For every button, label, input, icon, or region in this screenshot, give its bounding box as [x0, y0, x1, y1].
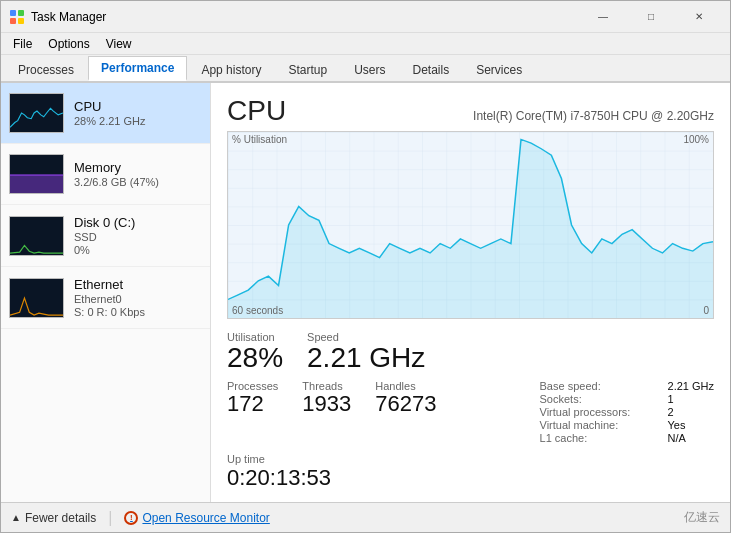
cpu-sidebar-info: CPU 28% 2.21 GHz — [74, 99, 146, 127]
minimize-button[interactable]: — — [580, 1, 626, 33]
watermark: 亿速云 — [684, 509, 720, 526]
disk-sidebar-name: Disk 0 (C:) — [74, 215, 135, 230]
menu-bar: File Options View — [1, 33, 730, 55]
speed-value: 2.21 GHz — [307, 343, 425, 374]
svg-rect-8 — [10, 217, 63, 255]
info-val-1: 1 — [668, 393, 674, 405]
main-content: CPU 28% 2.21 GHz Memory 3.2/6.8 GB (47%) — [1, 83, 730, 502]
stats-row-1: Utilisation 28% Speed 2.21 GHz — [227, 331, 714, 374]
ethernet-sidebar-name: Ethernet — [74, 277, 145, 292]
sidebar-item-disk[interactable]: Disk 0 (C:) SSD 0% — [1, 205, 210, 267]
uptime-section: Up time 0:20:13:53 — [227, 452, 714, 490]
chevron-up-icon: ▲ — [11, 512, 21, 523]
info-val-0: 2.21 GHz — [668, 380, 714, 392]
info-key-1: Sockets: — [540, 393, 660, 405]
stats-section: Utilisation 28% Speed 2.21 GHz Processes… — [227, 327, 714, 490]
memory-sidebar-info: Memory 3.2/6.8 GB (47%) — [74, 160, 159, 188]
cpu-sidebar-detail: 28% 2.21 GHz — [74, 115, 146, 127]
tab-details[interactable]: Details — [399, 58, 462, 81]
ethernet-sidebar-detail: Ethernet0 — [74, 293, 145, 305]
info-row-0: Base speed: 2.21 GHz — [540, 380, 714, 392]
fewer-details-label: Fewer details — [25, 511, 96, 525]
open-resource-monitor-button[interactable]: ! Open Resource Monitor — [124, 511, 269, 525]
processes-block: Processes 172 — [227, 380, 278, 444]
tab-services[interactable]: Services — [463, 58, 535, 81]
cpu-mini-graph — [9, 93, 64, 133]
memory-mini-graph — [9, 154, 64, 194]
speed-block: Speed 2.21 GHz — [307, 331, 425, 374]
disk-sidebar-info: Disk 0 (C:) SSD 0% — [74, 215, 135, 256]
svg-rect-9 — [10, 279, 63, 317]
handles-block: Handles 76273 — [375, 380, 436, 444]
memory-sidebar-name: Memory — [74, 160, 159, 175]
window-controls: — □ ✕ — [580, 1, 722, 33]
info-key-3: Virtual machine: — [540, 419, 660, 431]
handles-label: Handles — [375, 380, 436, 392]
chart-x-right: 0 — [703, 305, 709, 316]
fewer-details-button[interactable]: ▲ Fewer details — [11, 511, 96, 525]
tab-app-history[interactable]: App history — [188, 58, 274, 81]
info-row-4: L1 cache: N/A — [540, 432, 714, 444]
chart-x-left: 60 seconds — [232, 305, 283, 316]
threads-value: 1933 — [302, 392, 351, 416]
info-val-4: N/A — [668, 432, 686, 444]
task-manager-window: Task Manager — □ ✕ File Options View Pro… — [0, 0, 731, 533]
window-title: Task Manager — [31, 10, 580, 24]
cpu-chart: % Utilisation 100% 60 seconds 0 — [227, 131, 714, 319]
panel-title: CPU — [227, 95, 286, 127]
close-button[interactable]: ✕ — [676, 1, 722, 33]
ethernet-mini-graph — [9, 278, 64, 318]
svg-rect-3 — [18, 18, 24, 24]
cpu-panel: CPU Intel(R) Core(TM) i7-8750H CPU @ 2.2… — [211, 83, 730, 502]
cpu-sidebar-name: CPU — [74, 99, 146, 114]
menu-view[interactable]: View — [98, 35, 140, 53]
sidebar-item-ethernet[interactable]: Ethernet Ethernet0 S: 0 R: 0 Kbps — [1, 267, 210, 329]
bottom-bar: ▲ Fewer details | ! Open Resource Monito… — [1, 502, 730, 532]
resource-monitor-icon: ! — [124, 511, 138, 525]
panel-subtitle: Intel(R) Core(TM) i7-8750H CPU @ 2.20GHz — [473, 109, 714, 123]
separator: | — [108, 509, 112, 527]
disk-sidebar-detail2: 0% — [74, 244, 135, 256]
menu-file[interactable]: File — [5, 35, 40, 53]
processes-label: Processes — [227, 380, 278, 392]
handles-value: 76273 — [375, 392, 436, 416]
threads-block: Threads 1933 — [302, 380, 351, 444]
utilisation-value: 28% — [227, 343, 283, 374]
tab-processes[interactable]: Processes — [5, 58, 87, 81]
info-row-1: Sockets: 1 — [540, 393, 714, 405]
sidebar-item-memory[interactable]: Memory 3.2/6.8 GB (47%) — [1, 144, 210, 205]
menu-options[interactable]: Options — [40, 35, 97, 53]
uptime-value: 0:20:13:53 — [227, 465, 331, 490]
svg-rect-1 — [18, 10, 24, 16]
tab-performance[interactable]: Performance — [88, 56, 187, 81]
threads-label: Threads — [302, 380, 351, 392]
processes-value: 172 — [227, 392, 278, 416]
info-table: Base speed: 2.21 GHz Sockets: 1 Virtual … — [540, 380, 714, 444]
svg-rect-2 — [10, 18, 16, 24]
svg-rect-6 — [10, 175, 63, 193]
maximize-button[interactable]: □ — [628, 1, 674, 33]
resource-monitor-label: Open Resource Monitor — [142, 511, 269, 525]
stats-row-2: Processes 172 Threads 1933 Handles 76273 — [227, 380, 714, 444]
tab-bar: Processes Performance App history Startu… — [1, 55, 730, 83]
memory-sidebar-detail: 3.2/6.8 GB (47%) — [74, 176, 159, 188]
utilisation-block: Utilisation 28% — [227, 331, 283, 374]
info-key-2: Virtual processors: — [540, 406, 660, 418]
info-key-4: L1 cache: — [540, 432, 660, 444]
info-row-2: Virtual processors: 2 — [540, 406, 714, 418]
ethernet-sidebar-detail2: S: 0 R: 0 Kbps — [74, 306, 145, 318]
info-row-3: Virtual machine: Yes — [540, 419, 714, 431]
uptime-label: Up time — [227, 453, 265, 465]
sidebar-item-cpu[interactable]: CPU 28% 2.21 GHz — [1, 83, 210, 144]
cpu-chart-svg — [228, 132, 713, 318]
tab-startup[interactable]: Startup — [275, 58, 340, 81]
chart-y-label: % Utilisation — [232, 134, 287, 145]
tab-users[interactable]: Users — [341, 58, 398, 81]
chart-y-max: 100% — [683, 134, 709, 145]
panel-header: CPU Intel(R) Core(TM) i7-8750H CPU @ 2.2… — [227, 95, 714, 127]
info-key-0: Base speed: — [540, 380, 660, 392]
sidebar: CPU 28% 2.21 GHz Memory 3.2/6.8 GB (47%) — [1, 83, 211, 502]
info-val-2: 2 — [668, 406, 674, 418]
info-val-3: Yes — [668, 419, 686, 431]
title-bar: Task Manager — □ ✕ — [1, 1, 730, 33]
